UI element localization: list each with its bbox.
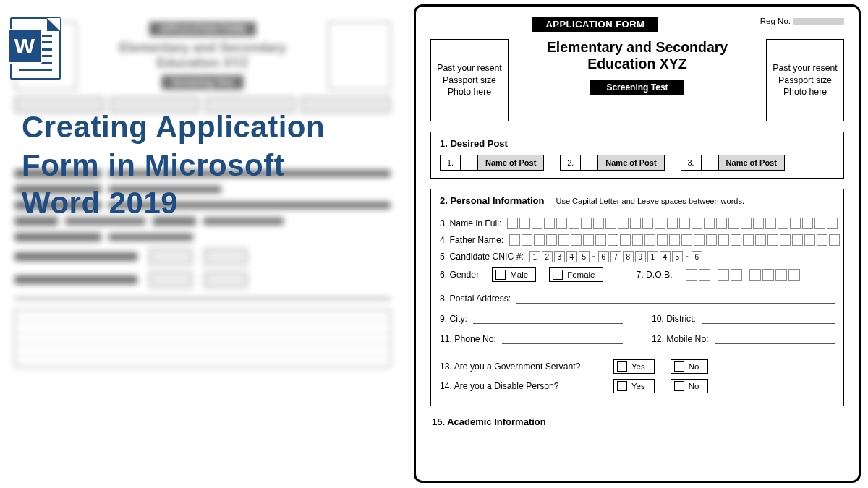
q14-yes[interactable]: Yes	[613, 379, 655, 393]
form-badge: APPLICATION FORM	[532, 17, 658, 32]
cnic-input[interactable]: 12345-6789145-6	[529, 251, 702, 262]
tutorial-title: Creating Application Form in Microsoft W…	[22, 108, 325, 223]
gender-male[interactable]: Male	[492, 267, 536, 282]
section-personal-info: 2. Personal InformationUse Capital Lette…	[430, 189, 844, 406]
screening-badge: Screening Test	[590, 80, 684, 95]
city-input[interactable]	[473, 314, 623, 324]
section-desired-post: 1. Desired Post 1.Name of Post 2.Name of…	[430, 132, 844, 179]
dob-input[interactable]	[686, 269, 800, 281]
photo-box-left: Past your resent Passport size Photo her…	[430, 39, 509, 121]
gender-female[interactable]: Female	[549, 267, 603, 282]
post-option[interactable]: 2.Name of Post	[560, 155, 664, 171]
photo-box-right: Past your resent Passport size Photo her…	[766, 39, 844, 121]
q13-yes[interactable]: Yes	[613, 359, 655, 374]
name-input[interactable]	[507, 218, 838, 229]
org-title: Elementary and SecondaryEducation XYZ	[522, 39, 753, 73]
word-icon: W	[17, 13, 68, 75]
post-option[interactable]: 3.Name of Post	[681, 155, 785, 171]
father-input[interactable]	[509, 234, 840, 246]
post-option[interactable]: 1.Name of Post	[440, 155, 544, 171]
section-academic-heading: 15. Academic Information	[430, 416, 844, 427]
address-input[interactable]	[516, 294, 835, 304]
application-form-page: APPLICATION FORM Reg No. Past your resen…	[414, 4, 861, 483]
district-input[interactable]	[702, 314, 835, 324]
reg-no: Reg No.	[760, 17, 844, 25]
q14-no[interactable]: No	[671, 379, 709, 393]
phone-input[interactable]	[502, 334, 623, 344]
mobile-input[interactable]	[715, 334, 835, 344]
q13-no[interactable]: No	[671, 359, 709, 374]
